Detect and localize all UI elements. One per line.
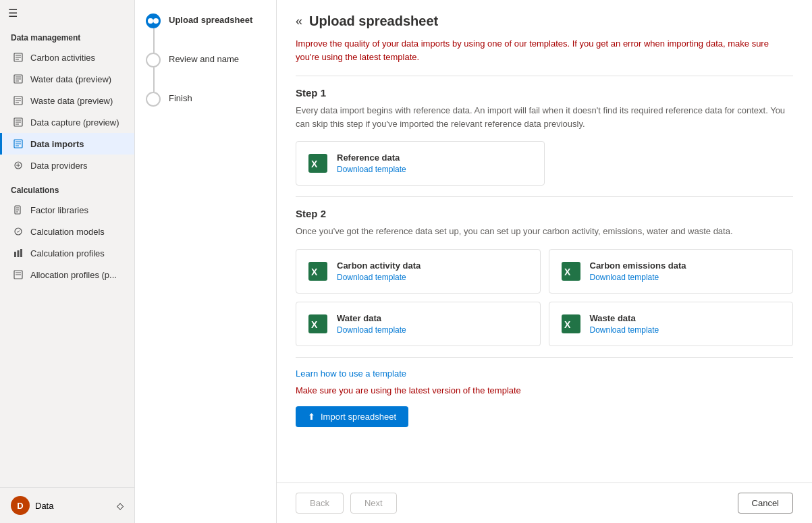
sidebar-item-label: Water data (preview)	[30, 74, 111, 84]
stepper-panel: Upload spreadsheet Review and name Finis…	[135, 0, 277, 523]
step2-description: Once you've got the reference data set u…	[296, 225, 793, 238]
step2-heading: Step 2	[296, 208, 793, 219]
import-button-label: Import spreadsheet	[321, 412, 396, 422]
waste-title: Waste data	[590, 313, 659, 323]
svg-point-27	[15, 228, 22, 235]
reference-data-card-text: Reference data Download template	[337, 153, 406, 174]
stepper-label-upload: Upload spreadsheet	[169, 13, 252, 25]
water-card-text: Water data Download template	[337, 313, 406, 335]
reference-data-card[interactable]: X Reference data Download template	[296, 141, 545, 186]
stepper-connector-2	[153, 67, 155, 92]
sidebar-item-data-imports[interactable]: Data imports	[0, 133, 134, 155]
data-imports-icon	[13, 138, 24, 149]
warning-text: Make sure you are using the latest versi…	[296, 385, 793, 395]
back-arrow-icon[interactable]: «	[296, 14, 302, 28]
data-capture-icon	[13, 117, 24, 128]
allocation-profiles-icon	[13, 269, 24, 280]
waste-data-card[interactable]: X Waste data Download template	[549, 302, 794, 346]
carbon-emissions-title: Carbon emissions data	[590, 260, 686, 271]
step1-description: Every data import begins with reference …	[296, 104, 793, 130]
sidebar-item-label: Data providers	[30, 161, 88, 171]
carbon-emissions-card[interactable]: X Carbon emissions data Download templat…	[549, 249, 794, 294]
stepper-label-review: Review and name	[169, 53, 239, 64]
excel-icon-carbon-emissions: X	[560, 260, 582, 282]
sidebar-item-label: Calculation profiles	[30, 248, 105, 258]
hamburger-icon[interactable]: ☰	[8, 7, 18, 20]
chevron-icon: ◇	[117, 501, 124, 511]
sidebar-item-label: Waste data (preview)	[30, 96, 113, 106]
page-title: Upload spreadsheet	[309, 13, 438, 29]
carbon-activity-download-link[interactable]: Download template	[337, 273, 421, 282]
svg-rect-28	[14, 252, 16, 257]
sidebar-item-calculation-profiles[interactable]: Calculation profiles	[0, 242, 134, 264]
calculation-models-icon	[13, 226, 24, 237]
main-area: Upload spreadsheet Review and name Finis…	[135, 0, 812, 523]
svg-rect-30	[20, 249, 22, 257]
sidebar-bottom: D Data ◇	[0, 487, 134, 523]
sidebar: ☰ Data management Carbon activities Wate…	[0, 0, 135, 523]
waste-card-text: Waste data Download template	[590, 313, 659, 335]
carbon-emissions-download-link[interactable]: Download template	[590, 273, 686, 282]
sidebar-item-label: Data imports	[30, 139, 84, 149]
excel-icon-waste: X	[560, 313, 582, 335]
info-banner: Improve the quality of your data imports…	[296, 37, 793, 63]
waste-download-link[interactable]: Download template	[590, 325, 659, 335]
sidebar-item-calculation-models[interactable]: Calculation models	[0, 221, 134, 242]
user-info[interactable]: D Data	[11, 496, 53, 515]
avatar: D	[11, 496, 30, 515]
sidebar-item-factor-libraries[interactable]: Factor libraries	[0, 199, 134, 221]
stepper-circle-finish	[146, 92, 161, 107]
sidebar-item-label: Data capture (preview)	[30, 117, 119, 128]
sidebar-item-label: Factor libraries	[30, 205, 88, 215]
divider-1	[296, 76, 793, 76]
cancel-button[interactable]: Cancel	[738, 493, 793, 514]
water-title: Water data	[337, 313, 406, 323]
stepper-circle-upload	[146, 13, 161, 28]
calculation-profiles-icon	[13, 248, 24, 258]
page-header: « Upload spreadsheet	[296, 13, 793, 29]
stepper-item-review: Review and name	[146, 53, 265, 67]
carbon-activity-card-text: Carbon activity data Download template	[337, 260, 421, 282]
sidebar-item-data-providers[interactable]: Data providers	[0, 155, 134, 176]
factor-libraries-icon	[13, 204, 24, 215]
stepper-item-finish: Finish	[146, 92, 265, 107]
back-button[interactable]: Back	[296, 493, 344, 514]
sidebar-item-water-data[interactable]: Water data (preview)	[0, 68, 134, 90]
sidebar-item-carbon-activities[interactable]: Carbon activities	[0, 47, 134, 68]
step2-cards-grid: X Carbon activity data Download template…	[296, 249, 793, 346]
stepper-label-finish: Finish	[169, 92, 192, 103]
next-button[interactable]: Next	[350, 493, 397, 514]
divider-3	[296, 357, 793, 358]
upload-icon: ⬆	[308, 412, 315, 422]
water-download-link[interactable]: Download template	[337, 325, 406, 335]
water-data-card[interactable]: X Water data Download template	[296, 302, 541, 346]
import-spreadsheet-button[interactable]: ⬆ Import spreadsheet	[296, 406, 408, 427]
svg-text:X: X	[564, 267, 571, 277]
excel-icon-reference: X	[307, 153, 329, 174]
svg-text:X: X	[564, 319, 571, 330]
svg-text:X: X	[311, 319, 318, 330]
calculations-section-label: Calculations	[0, 176, 134, 199]
stepper-circle-review	[146, 53, 161, 67]
excel-icon-water: X	[307, 313, 329, 335]
sidebar-header: ☰	[0, 0, 134, 24]
sidebar-item-data-capture[interactable]: Data capture (preview)	[0, 111, 134, 133]
carbon-emissions-card-text: Carbon emissions data Download template	[590, 260, 686, 282]
sidebar-item-allocation-profiles[interactable]: Allocation profiles (p...	[0, 264, 134, 285]
reference-data-title: Reference data	[337, 153, 406, 163]
data-management-section-label: Data management	[0, 24, 134, 47]
svg-text:X: X	[311, 267, 318, 277]
stepper-connector-1	[153, 28, 155, 53]
content-inner: « Upload spreadsheet Improve the quality…	[277, 0, 812, 483]
sidebar-item-waste-data[interactable]: Waste data (preview)	[0, 90, 134, 111]
excel-icon-carbon-activity: X	[307, 260, 329, 282]
water-data-icon	[13, 74, 24, 84]
sidebar-item-label: Allocation profiles (p...	[30, 270, 117, 280]
carbon-activity-card[interactable]: X Carbon activity data Download template	[296, 249, 541, 294]
content-footer: Back Next Cancel	[277, 483, 812, 523]
learn-how-link[interactable]: Learn how to use a template	[296, 368, 406, 379]
waste-data-icon	[13, 95, 24, 106]
data-providers-icon	[13, 160, 24, 171]
svg-rect-29	[18, 250, 20, 257]
reference-data-download-link[interactable]: Download template	[337, 165, 406, 174]
